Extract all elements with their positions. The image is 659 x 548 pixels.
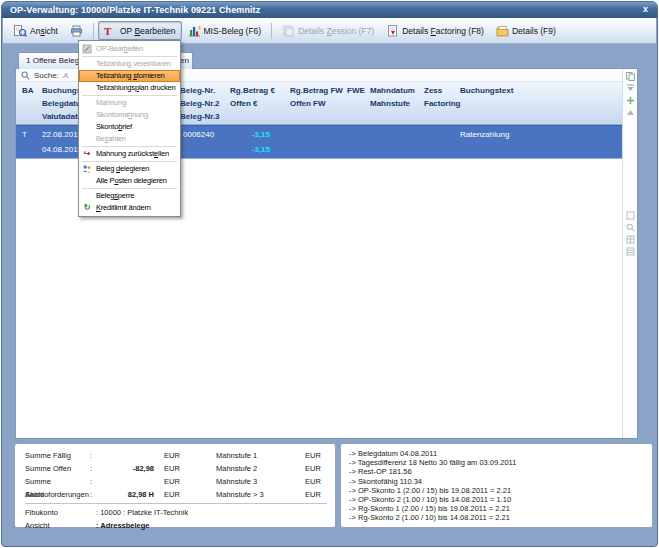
column-header-rg-betrag-fw[interactable]: Rg.Betrag FW Offen FW [290, 84, 343, 110]
list-view-icon[interactable] [626, 247, 635, 256]
column-header-buchungstext[interactable]: Buchungstext [460, 84, 513, 97]
toolbar-separator [271, 23, 272, 39]
detail-line: -> Tagesdifferenz 18 Netto 30 fällig am … [349, 458, 644, 467]
column-header-fwe[interactable]: FWE [347, 84, 365, 97]
mis-beleg-label: MIS-Beleg (F6) [204, 26, 262, 36]
menu-separator [82, 188, 177, 189]
tab-offene-belege-label: 1 Offene Belege [26, 56, 84, 65]
menu-item-bezahlen[interactable]: Bezahlen [79, 133, 180, 145]
summary-label: Summe Akontoforderungen [25, 475, 90, 488]
green-refresh-icon: ↻ [81, 203, 93, 213]
copy-pages-icon[interactable] [626, 72, 635, 81]
cell-rg-betrag: -3,15 [230, 129, 270, 141]
fibukonto-row: Fibukonto : 10000 : Platzke IT-Technik [25, 506, 327, 519]
menu-item-op-bearbeiten[interactable]: OP-Bearbeiten [79, 43, 180, 55]
menu-separator [82, 161, 177, 162]
mis-beleg-button[interactable]: MIS-Beleg (F6) [182, 21, 268, 40]
summary-value [96, 475, 156, 488]
window-title: OP-Verwaltung: 10000/Platzke IT-Technik … [10, 5, 260, 15]
summary-value: -82,98 [96, 462, 156, 475]
details-info-panel: -> Belegdatum 04.08.2011 -> Tagesdiffere… [340, 443, 653, 528]
expand-plus-icon[interactable] [626, 96, 635, 105]
summary-row: Summe Akontoforderungen : EUR Mahnstufe … [25, 475, 327, 488]
search-label: Suche: [34, 71, 59, 80]
detail-line: -> Rest-OP 181.56 [349, 467, 644, 476]
grid-view-icon[interactable] [626, 235, 635, 244]
cell-buchungsdatum: 22.08.2011 [42, 129, 81, 141]
menu-item-belegsperre[interactable]: Belegsperre [79, 190, 180, 202]
menu-item-alle-posten-delegieren[interactable]: Alle Posten delegieren [79, 175, 180, 187]
details-zession-button[interactable]: Details Zession (F7) [276, 21, 380, 40]
summary-value [96, 449, 156, 462]
details-factoring-button[interactable]: Details Factoring (F8) [380, 21, 490, 40]
menu-item-mahnung[interactable]: Mahnung [79, 97, 180, 109]
detail-line: -> Rg-Skonto 2 (1.00 / 10) bis 14.08.201… [349, 513, 644, 522]
document-red-arrow-icon [386, 25, 399, 37]
summary-value: 82,98 H [96, 488, 156, 501]
menu-item-teilzahlungsplan-drucken[interactable]: Teilzahlungsplan drucken [79, 82, 180, 94]
column-header-mahndatum[interactable]: Mahndatum Mahnstufe [370, 84, 415, 110]
detail-line: -> Skontofähig 110.34 [349, 477, 644, 486]
ansicht-mode-label: Ansicht [25, 519, 96, 532]
bar-chart-icon [188, 25, 201, 37]
detail-line: -> OP-Skonto 2 (1.00 / 10) bis 14.08.201… [349, 495, 644, 504]
column-header-beleg-nr[interactable]: Beleg-Nr. Beleg-Nr.2 Beleg-Nr.3 [180, 84, 220, 123]
op-verwaltung-window: OP-Verwaltung: 10000/Platzke IT-Technik … [1, 1, 658, 547]
menu-item-teilzahlung-stornieren[interactable]: Teilzahlung stornieren [79, 70, 180, 82]
mahnstufe-label: Mahnstufe 2 [216, 462, 302, 475]
column-header-ba[interactable]: BA [22, 84, 34, 97]
op-bearbeiten-label: OP Bearbeiten [120, 26, 176, 36]
view-box-icon[interactable] [626, 211, 635, 220]
detail-line: -> Belegdatum 04.08.2011 [349, 449, 644, 458]
summary-label: Summe Offen [25, 462, 90, 475]
folder-icon [496, 25, 509, 37]
people-icon [81, 164, 93, 174]
summary-row: Summe Offen : -82,98 EUR Mahnstufe 2 EUR [25, 462, 327, 475]
menu-separator [82, 56, 177, 57]
menu-separator [82, 95, 177, 96]
menu-item-kreditlimit-aendern[interactable]: ↻ Kreditlimit ändern [79, 202, 180, 214]
red-curved-arrow-icon: ↪ [81, 149, 93, 159]
summary-panel: Summe Fällig : EUR Mahnstufe 1 EUR Summe… [14, 443, 336, 528]
summary-row: Saldo : 82,98 H EUR Mahnstufe > 3 EUR [25, 488, 327, 501]
details-factoring-label: Details Factoring (F8) [402, 26, 484, 36]
close-button[interactable]: x [643, 2, 648, 17]
printer-icon [70, 25, 83, 37]
cell-ba: T [22, 129, 27, 141]
ansicht-button[interactable]: Ansicht [8, 21, 64, 40]
edit-icon [81, 44, 93, 54]
summary-label: Summe Fällig [25, 449, 90, 462]
menu-item-skontobrief[interactable]: Skontobrief [79, 121, 180, 133]
zoom-icon[interactable] [626, 223, 635, 232]
cell-beleg-nr: 0006240 [183, 129, 214, 141]
magnifier-icon [21, 71, 30, 80]
ansicht-mode-value: : Adressbelege [96, 519, 327, 532]
page-magnifier-icon [14, 25, 27, 37]
column-header-zess[interactable]: Zess Factoring [424, 84, 460, 110]
cell-offen: -3,15 [230, 144, 270, 156]
red-t-icon: T [104, 25, 117, 37]
detail-line: -> OP-Skonto 1 (2.00 / 15) bis 19.08.201… [349, 486, 644, 495]
fibukonto-value: : 10000 : Platzke IT-Technik [96, 506, 327, 519]
cell-belegdatum: 04.08.2011 [42, 144, 81, 156]
menu-item-beleg-delegieren[interactable]: Beleg delegieren [79, 163, 180, 175]
menu-item-mahnung-zurueckstellen[interactable]: ↪ Mahnung zurückstellen [79, 148, 180, 160]
ansicht-row: Ansicht : Adressbelege [25, 519, 327, 532]
scroll-top-icon[interactable] [626, 84, 635, 93]
op-bearbeiten-button[interactable]: T OP Bearbeiten [98, 21, 182, 40]
print-button[interactable] [64, 21, 89, 40]
details-label: Details (F9) [512, 26, 556, 36]
cell-buchungstext: Ratenzahlung [460, 129, 509, 141]
op-bearbeiten-menu: OP-Bearbeiten Teilzahlung vereinbaren Te… [78, 40, 181, 217]
details-zession-label: Details Zession (F7) [298, 26, 374, 36]
column-header-rg-betrag[interactable]: Rg.Betrag € Offen € [230, 84, 275, 110]
scroll-up-icon[interactable] [626, 108, 635, 117]
menu-item-teilzahlung-vereinbaren[interactable]: Teilzahlung vereinbaren [79, 58, 180, 70]
toolbar-separator [93, 23, 94, 39]
search-input[interactable]: A [63, 71, 68, 80]
summary-row: Summe Fällig : EUR Mahnstufe 1 EUR [25, 449, 327, 462]
title-bar[interactable]: OP-Verwaltung: 10000/Platzke IT-Technik … [2, 2, 657, 18]
summary-divider [25, 503, 327, 504]
details-button[interactable]: Details (F9) [490, 21, 562, 40]
menu-item-skontomahnung[interactable]: Skontomahnung [79, 109, 180, 121]
